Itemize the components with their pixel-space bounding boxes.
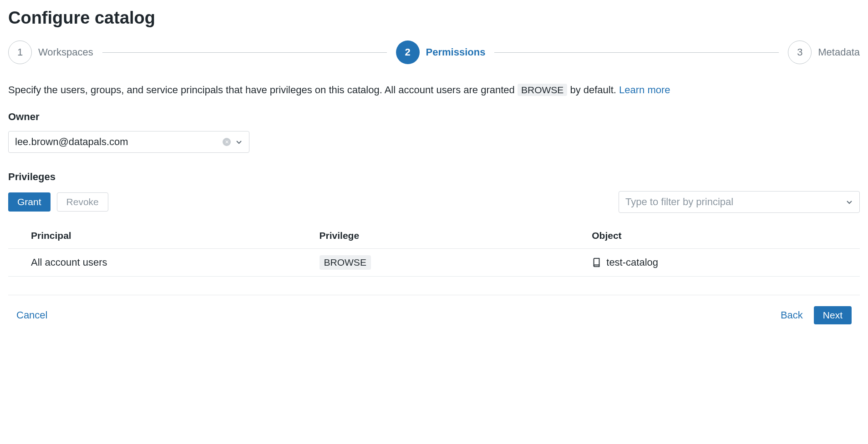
footer: Cancel Back Next — [8, 306, 860, 329]
cell-object: test-catalog — [587, 249, 860, 277]
table-row[interactable]: All account users BROWSE test-catalog — [8, 249, 860, 277]
description-prefix: Specify the users, groups, and service p… — [8, 84, 518, 96]
step-label-workspaces: Workspaces — [38, 46, 93, 58]
privileges-actions: Grant Revoke Type to filter by principal — [8, 191, 860, 213]
step-divider — [494, 52, 779, 53]
grant-button[interactable]: Grant — [8, 192, 51, 212]
step-circle-1: 1 — [8, 40, 32, 64]
owner-label: Owner — [8, 111, 860, 123]
step-divider — [102, 52, 387, 53]
cell-principal: All account users — [8, 249, 315, 277]
clear-icon[interactable]: ✕ — [223, 138, 231, 146]
step-circle-2: 2 — [396, 40, 420, 64]
step-label-permissions: Permissions — [426, 46, 486, 58]
owner-select[interactable]: lee.brown@datapals.com ✕ — [8, 131, 249, 153]
step-circle-3: 3 — [788, 40, 812, 64]
description-text: Specify the users, groups, and service p… — [8, 82, 860, 97]
learn-more-link[interactable]: Learn more — [619, 84, 670, 96]
step-label-metadata: Metadata — [818, 46, 860, 58]
cell-privilege: BROWSE — [315, 249, 588, 277]
step-workspaces[interactable]: 1 Workspaces — [8, 40, 93, 64]
step-metadata[interactable]: 3 Metadata — [788, 40, 860, 64]
revoke-button[interactable]: Revoke — [57, 192, 108, 212]
col-principal: Principal — [8, 223, 315, 249]
object-name: test-catalog — [606, 257, 658, 268]
chevron-down-icon[interactable] — [846, 198, 853, 206]
cancel-button[interactable]: Cancel — [16, 309, 47, 321]
catalog-icon — [592, 257, 602, 267]
filter-placeholder: Type to filter by principal — [625, 196, 733, 208]
page-title: Configure catalog — [8, 8, 860, 28]
owner-value: lee.brown@datapals.com — [15, 136, 128, 148]
col-object: Object — [587, 223, 860, 249]
privileges-label: Privileges — [8, 171, 860, 183]
stepper: 1 Workspaces 2 Permissions 3 Metadata — [8, 40, 860, 64]
col-privilege: Privilege — [315, 223, 588, 249]
description-suffix: by default. — [567, 84, 619, 96]
chevron-down-icon[interactable] — [235, 138, 243, 146]
filter-principal-select[interactable]: Type to filter by principal — [619, 191, 860, 213]
browse-chip: BROWSE — [518, 84, 567, 96]
footer-divider — [8, 295, 860, 295]
step-permissions[interactable]: 2 Permissions — [396, 40, 486, 64]
next-button[interactable]: Next — [814, 306, 852, 324]
privilege-badge: BROWSE — [320, 255, 371, 270]
privileges-table: Principal Privilege Object All account u… — [8, 223, 860, 277]
back-button[interactable]: Back — [781, 309, 803, 321]
